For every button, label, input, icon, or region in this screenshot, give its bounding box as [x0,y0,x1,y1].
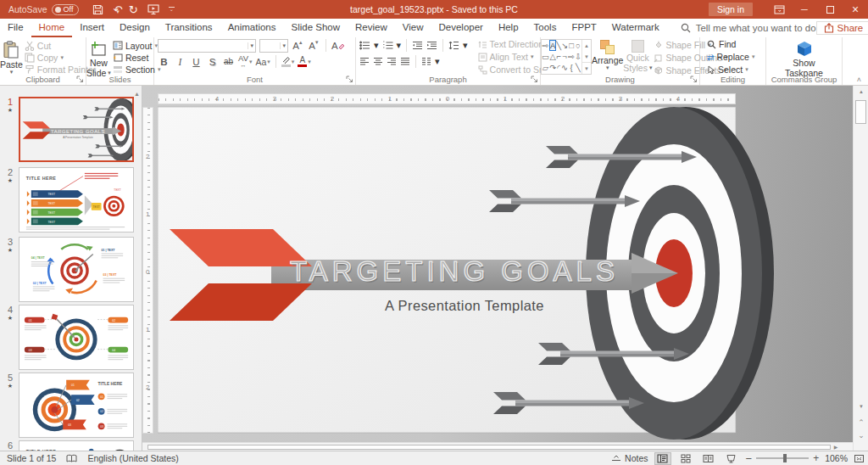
font-color-button[interactable]: A ▾ [298,55,311,69]
hscroll-right-icon[interactable]: ▶ [831,444,841,450]
restore-button[interactable] [817,0,843,19]
text-shadow-button[interactable]: S [206,55,219,69]
sign-in-button[interactable]: Sign in [709,3,753,16]
share-button[interactable]: Share [816,21,868,35]
tab-fppt[interactable]: FPPT [564,19,604,37]
previous-slide-button[interactable]: ⌃ [854,419,868,426]
vertical-scrollbar[interactable]: ▲ ▼ ⌃ ⌄ [853,86,868,451]
slide-show-button[interactable] [723,452,740,465]
tab-slide-show[interactable]: Slide Show [284,19,348,37]
font-name-combo[interactable]: ▾ [158,39,256,53]
zoom-out-button[interactable]: − [746,452,753,465]
tell-me-search[interactable]: Tell me what you want to do [681,19,816,37]
shape-curve-icon[interactable]: ∿ [561,63,568,74]
change-case-button[interactable]: Aa▾ [255,55,270,69]
notes-toggle[interactable]: Notes [611,453,648,463]
tab-review[interactable]: Review [348,19,395,37]
tab-help[interactable]: Help [491,19,526,37]
slide-subtitle-text[interactable]: A Presentation Template [337,298,592,314]
shape-curved-arrow-icon[interactable]: ↷ [549,63,556,74]
tab-developer[interactable]: Developer [431,19,491,37]
normal-view-button[interactable] [654,452,671,465]
arrange-button[interactable]: Arrange ▾ [592,38,623,76]
columns-icon[interactable] [421,57,431,66]
slide-counter[interactable]: Slide 1 of 15 [7,453,56,463]
reading-view-button[interactable] [700,452,717,465]
paste-button[interactable]: Paste ▾ [0,39,23,75]
tab-transitions[interactable]: Transitions [158,19,220,37]
vertical-ruler[interactable]: 21012 [142,107,153,434]
character-spacing-button[interactable]: AV↔▾ [238,55,252,69]
align-center-icon[interactable] [373,57,383,66]
slide-editing-area[interactable]: TARGETING GOALS A Presentation Template [158,102,848,443]
strikethrough-button[interactable]: ab [222,55,235,69]
new-slide-button[interactable]: New Slide▾ [86,39,111,75]
align-right-icon[interactable] [387,57,397,66]
gallery-more-icon[interactable]: ▼ [582,62,591,74]
zoom-in-button[interactable]: + [813,452,819,464]
redo-icon[interactable]: ↻ [129,4,138,15]
minimize-button[interactable]: ─ [792,0,817,19]
clear-formatting-button[interactable]: A [331,39,345,53]
zoom-slider-handle[interactable] [783,454,787,462]
shape-parallelogram-icon[interactable]: ▱ [542,63,549,74]
shape-block-arrow-icon[interactable]: ⇨ [568,51,575,62]
tab-home[interactable]: Home [31,19,73,37]
paragraph-dialog-launcher-icon[interactable] [531,76,538,83]
vscroll-down-icon[interactable]: ▼ [854,404,868,409]
start-slideshow-icon[interactable] [147,4,159,15]
line-spacing-icon[interactable] [448,41,459,50]
language-indicator[interactable]: English (United States) [87,453,178,463]
shrink-font-button[interactable]: A▼ [308,39,320,53]
vscroll-thumb[interactable] [855,100,866,124]
slide-sorter-view-button[interactable] [677,452,694,465]
tab-file[interactable]: File [0,19,31,37]
bold-button[interactable]: B [158,55,170,69]
align-left-icon[interactable] [359,57,370,66]
clipboard-dialog-launcher-icon[interactable] [76,76,84,83]
increase-indent-icon[interactable] [426,41,437,50]
save-icon[interactable] [92,4,103,15]
tab-view[interactable]: View [395,19,431,37]
shape-line-arrow-icon[interactable]: ↘ [561,40,568,51]
quick-styles-button[interactable]: Quick Styles▾ [623,38,652,76]
gallery-scroll-down-icon[interactable]: ▼ [582,51,591,62]
show-taskpane-button[interactable]: Show Taskpane [779,39,830,75]
shape-triangle-icon[interactable]: △ [549,51,556,62]
ribbon-display-options-icon[interactable] [766,0,792,19]
collapse-ribbon-icon[interactable]: ˄ [857,76,861,84]
shape-arrow-right-icon[interactable]: ⇨ [542,40,549,51]
horizontal-scrollbar[interactable]: ▶ [142,442,853,451]
fit-to-window-icon[interactable] [854,454,865,463]
numbering-icon[interactable] [382,41,393,50]
grow-font-button[interactable]: A▲ [292,39,304,53]
tab-watermark[interactable]: Watermark [604,19,667,37]
hscroll-thumb[interactable] [147,445,831,450]
close-button[interactable]: × [843,0,868,19]
shape-brace-icon[interactable]: { [568,63,575,74]
thumbpanel-scroll-up-icon[interactable]: ▲ [134,91,140,97]
bullets-icon[interactable] [359,41,370,50]
zoom-level[interactable]: 106% [825,453,848,463]
drawing-dialog-launcher-icon[interactable] [690,76,698,83]
tab-design[interactable]: Design [112,19,158,37]
shape-elbow2-icon[interactable]: ¬ [561,51,568,62]
tab-tools[interactable]: Tools [526,19,565,37]
decrease-indent-icon[interactable] [412,41,423,50]
tab-insert[interactable]: Insert [72,19,112,37]
gallery-scroll-up-icon[interactable]: ▲ [582,40,591,51]
undo-dropdown[interactable]: ▾ [116,8,120,15]
autosave-toggle[interactable]: AutoSave Off [8,4,79,15]
shape-scribble-icon[interactable]: ╲ [575,63,581,74]
shape-gallery[interactable]: ⇨ A ╲ ↘ □ ○ ▭ △ ⌐ ¬ ⇨ ⇩ ▱ ↷ ◜ [541,39,592,75]
spell-check-icon[interactable] [66,454,77,463]
select-button[interactable]: Select▾ [705,64,765,76]
italic-button[interactable]: I [174,55,186,69]
shape-down-arrow-icon[interactable]: ⇩ [575,51,581,62]
replace-button[interactable]: ⇄ Replace▾ [705,51,765,63]
vscroll-up-icon[interactable]: ▲ [854,89,868,94]
font-dialog-launcher-icon[interactable] [346,76,353,83]
zoom-slider[interactable] [756,457,809,459]
tab-animations[interactable]: Animations [220,19,284,37]
font-size-combo[interactable]: ▾ [259,39,288,53]
